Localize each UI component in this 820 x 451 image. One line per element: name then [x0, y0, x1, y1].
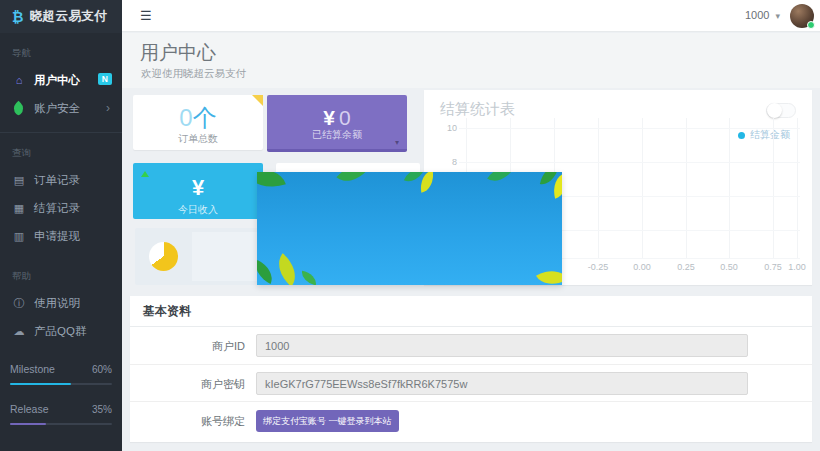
y-axis-tick: 10	[443, 123, 457, 133]
progress-value: 60%	[92, 364, 112, 375]
form-row-merchant-key: 商户密钥	[130, 364, 812, 401]
leaf-decoration	[257, 172, 286, 195]
milestone-progress-bar	[10, 383, 112, 385]
corner-ribbon-icon	[252, 95, 263, 106]
bind-alipay-button[interactable]: 绑定支付宝账号 一键登录到本站	[256, 410, 399, 432]
leaf-decoration	[336, 172, 367, 190]
progress-label: Milestone	[10, 363, 55, 375]
page-header: 用户中心 欢迎使用晓超云易支付	[122, 33, 820, 88]
settled-balance-card[interactable]: ¥0 已结算余额 ▾	[267, 95, 407, 152]
app-logo[interactable]: ₿ 晓超云易支付	[0, 0, 122, 33]
orders-label: 订单总数	[133, 132, 263, 146]
form-title: 基本资料	[130, 296, 812, 327]
form-row-merchant-id: 商户ID	[130, 327, 812, 364]
progress-value: 35%	[92, 404, 112, 415]
topbar: ☰ 1000 ▾	[122, 0, 820, 32]
orders-unit: 个	[193, 104, 217, 131]
progress-label: Release	[10, 403, 49, 415]
x-axis-tick: -0.25	[580, 262, 616, 272]
sidebar-item-withdrawal[interactable]: ▥ 申请提现	[0, 222, 122, 250]
leaf-decoration	[487, 172, 513, 188]
app-root: ₿ 晓超云易支付 导航 ⌂ 用户中心 N 账户安全 › 查询 ▤ 订单记录 ▦ …	[0, 0, 820, 451]
sidebar: ₿ 晓超云易支付 导航 ⌂ 用户中心 N 账户安全 › 查询 ▤ 订单记录 ▦ …	[0, 0, 122, 451]
up-arrow-icon	[141, 171, 149, 177]
leaf-decoration	[536, 263, 562, 285]
settled-value: 0	[339, 106, 351, 129]
list-icon: ▥	[12, 230, 26, 243]
page-subtitle: 欢迎使用晓超云易支付	[141, 67, 246, 81]
file-icon: ▤	[12, 174, 26, 187]
info-icon: ⓘ	[12, 296, 26, 311]
orders-total-card[interactable]: 0个 订单总数	[133, 95, 263, 150]
nav-section-label: 导航	[0, 33, 122, 66]
new-badge: N	[98, 73, 112, 85]
leaf-decoration	[257, 260, 277, 284]
caret-down-icon: ▾	[775, 11, 780, 21]
leaf-decoration	[270, 253, 304, 285]
settled-label: 已结算余额	[267, 128, 407, 142]
basic-info-card: 基本资料 商户ID 商户密钥 账号绑定 绑定支付宝账号 一键登录到本站	[130, 296, 812, 442]
caret-down-icon[interactable]: ▾	[395, 138, 399, 147]
sidebar-item-user-center[interactable]: ⌂ 用户中心 N	[0, 66, 122, 94]
mini-pie-card[interactable]	[135, 228, 263, 285]
sidebar-item-instructions[interactable]: ⓘ 使用说明	[0, 289, 122, 317]
chart-title: 结算统计表	[440, 100, 515, 119]
list-icon: ▦	[12, 202, 26, 215]
banner-image	[257, 172, 562, 285]
menu-toggle-icon[interactable]: ☰	[140, 8, 152, 23]
merchant-key-label: 商户密钥	[130, 377, 245, 392]
today-income-card[interactable]: ¥ 今日收入	[133, 163, 263, 219]
leaf-icon	[11, 100, 27, 116]
y-axis-tick: 8	[443, 157, 457, 167]
app-title: 晓超云易支付	[29, 8, 107, 25]
merchant-id-label: 商户ID	[130, 339, 245, 354]
mini-pie-chart	[149, 242, 178, 271]
yen-icon: ¥	[133, 175, 263, 201]
yen-icon: ¥	[323, 106, 335, 129]
sidebar-item-settlement-records[interactable]: ▦ 结算记录	[0, 194, 122, 222]
x-axis-tick: 1.00	[779, 262, 815, 272]
home-icon: ⌂	[12, 74, 26, 86]
online-status-dot	[807, 21, 815, 29]
release-progress-bar	[10, 423, 112, 425]
bitcoin-icon: ₿	[12, 9, 23, 25]
nav-section-label: 帮助	[0, 256, 122, 289]
x-axis-tick: 0.50	[711, 262, 747, 272]
x-axis-tick: 0.00	[624, 262, 660, 272]
merchant-id-field[interactable]	[256, 334, 748, 357]
user-avatar[interactable]	[790, 4, 814, 28]
orders-value: 0	[179, 104, 192, 131]
today-label: 今日收入	[133, 203, 263, 217]
user-dropdown[interactable]: 1000 ▾	[745, 9, 780, 21]
sidebar-item-order-records[interactable]: ▤ 订单记录	[0, 166, 122, 194]
sidebar-item-account-security[interactable]: 账户安全 ›	[0, 94, 122, 122]
form-row-account-binding: 账号绑定 绑定支付宝账号 一键登录到本站	[130, 401, 812, 438]
sidebar-item-qq-group[interactable]: ☁ 产品QQ群	[0, 317, 122, 345]
x-axis-tick: 0.25	[668, 262, 704, 272]
username: 1000	[745, 9, 769, 21]
sidebar-progress: Milestone 60% Release 35%	[0, 363, 122, 425]
chevron-right-icon: ›	[106, 101, 110, 115]
chart-toggle-switch[interactable]	[766, 103, 796, 118]
leaf-decoration	[300, 271, 318, 285]
account-binding-label: 账号绑定	[130, 414, 245, 429]
pie-card-panel	[192, 232, 259, 281]
qq-group-icon: ☁	[12, 325, 26, 338]
merchant-key-field[interactable]	[256, 372, 748, 395]
nav-section-label: 查询	[0, 133, 122, 166]
page-title: 用户中心	[140, 40, 216, 66]
